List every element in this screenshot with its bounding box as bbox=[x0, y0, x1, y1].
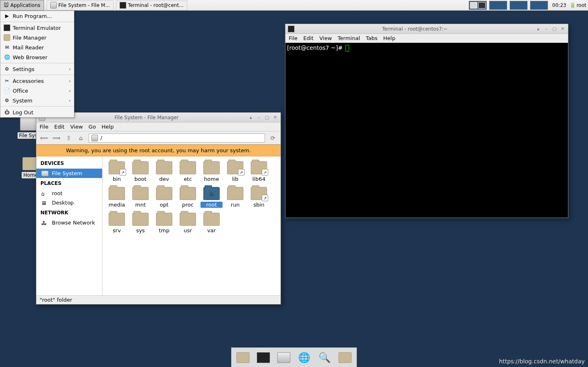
maximize-button[interactable]: ▢ bbox=[552, 26, 557, 32]
dock-documents-folder[interactable] bbox=[236, 350, 250, 365]
folder-icon: ↗ bbox=[109, 161, 125, 174]
dock-drive[interactable] bbox=[276, 350, 291, 365]
folder-run[interactable]: run bbox=[224, 185, 246, 209]
dock-search[interactable]: 🔍 bbox=[317, 350, 332, 365]
term-titlebar[interactable]: Terminal - root@centos7:~ ▴ – ▢ ✕ bbox=[285, 24, 568, 34]
taskbar-item-filemanager[interactable]: File System - File M... bbox=[47, 0, 114, 10]
taskbar-item-terminal[interactable]: Terminal - root@cent... bbox=[116, 0, 187, 10]
shade-button[interactable]: ▴ bbox=[535, 26, 541, 32]
folder-label: bin bbox=[106, 176, 128, 182]
terminal-content[interactable]: [root@centos7 ~]# bbox=[285, 43, 568, 218]
workspace-1[interactable] bbox=[469, 1, 487, 10]
folder-label: srv bbox=[106, 227, 128, 234]
menu-mail-label: Mail Reader bbox=[13, 44, 44, 51]
folder-lib64[interactable]: ↗lib64 bbox=[248, 160, 270, 184]
applications-label: Applications bbox=[11, 2, 40, 8]
shade-button[interactable]: ▴ bbox=[248, 115, 254, 120]
folder-icon bbox=[156, 187, 172, 200]
folder-mnt[interactable]: mnt bbox=[129, 185, 151, 209]
folder-sbin[interactable]: ↗sbin bbox=[248, 185, 270, 209]
menu-filemgr-label: File Manager bbox=[13, 35, 47, 41]
folder-icon bbox=[156, 161, 172, 174]
maximize-button[interactable]: ▢ bbox=[264, 115, 270, 120]
dock-folder[interactable] bbox=[338, 350, 352, 365]
term-menu-terminal[interactable]: Terminal bbox=[338, 35, 360, 41]
sidebar-item-filesystem[interactable]: File System bbox=[36, 169, 102, 178]
folder-proc[interactable]: proc bbox=[177, 185, 199, 209]
sidebar-item-desktop[interactable]: 🖥 Desktop bbox=[36, 198, 102, 207]
folder-media[interactable]: media bbox=[106, 185, 128, 209]
menu-settings[interactable]: ⚙ Settings › bbox=[0, 64, 74, 74]
term-menu-help[interactable]: Help bbox=[383, 35, 396, 41]
workspace-switcher[interactable] bbox=[466, 0, 550, 11]
workspace-3[interactable] bbox=[510, 1, 528, 10]
close-button[interactable]: ✕ bbox=[272, 115, 278, 120]
chevron-right-icon: › bbox=[69, 98, 71, 103]
menu-terminal-emulator[interactable]: Terminal Emulator bbox=[0, 23, 74, 33]
menu-system[interactable]: ⚙ System › bbox=[0, 96, 74, 105]
path-icon bbox=[91, 135, 98, 141]
folder-label: mnt bbox=[129, 202, 151, 208]
nav-home-button[interactable]: ⌂ bbox=[76, 133, 85, 142]
fm-file-grid[interactable]: ↗binbootdevetchome↗lib↗lib64mediamntoptp… bbox=[102, 156, 281, 295]
folder-bin[interactable]: ↗bin bbox=[106, 160, 128, 184]
dock-terminal[interactable] bbox=[256, 350, 271, 365]
symlink-badge-icon: ↗ bbox=[262, 169, 268, 176]
menu-accessories[interactable]: ✂ Accessories › bbox=[0, 76, 74, 86]
folder-sys[interactable]: sys bbox=[129, 211, 151, 235]
disk-icon bbox=[41, 171, 49, 176]
nav-up-button[interactable]: ⇧ bbox=[64, 133, 73, 142]
home-icon: ⌂ bbox=[41, 191, 49, 196]
workspace-4[interactable] bbox=[530, 1, 548, 10]
applications-menu-button[interactable]: 🐭 Applications bbox=[0, 0, 44, 11]
term-menu-view[interactable]: View bbox=[319, 35, 332, 41]
fm-menu-edit[interactable]: Edit bbox=[54, 124, 65, 130]
folder-home[interactable]: home bbox=[200, 160, 223, 184]
fm-menu-go[interactable]: Go bbox=[89, 124, 96, 130]
folder-lib[interactable]: ↗lib bbox=[224, 160, 246, 184]
menu-web-browser[interactable]: 🌐 Web Browser bbox=[0, 52, 74, 62]
menu-mail-reader[interactable]: ✉ Mail Reader bbox=[0, 42, 74, 52]
menu-log-out[interactable]: ⏻ Log Out bbox=[0, 107, 74, 117]
top-panel: 🐭 Applications File System - File M... T… bbox=[0, 0, 588, 11]
term-menu-tabs[interactable]: Tabs bbox=[366, 35, 378, 41]
folder-opt[interactable]: opt bbox=[153, 185, 175, 209]
term-menu-edit[interactable]: Edit bbox=[303, 35, 314, 41]
folder-tmp[interactable]: tmp bbox=[153, 211, 175, 235]
folder-icon bbox=[180, 187, 196, 200]
root-warning-banner: Warning, you are using the root account,… bbox=[36, 145, 281, 156]
clock[interactable]: 00:23 bbox=[550, 2, 568, 8]
menu-run-program[interactable]: ▶ Run Program... bbox=[0, 11, 74, 21]
menu-office[interactable]: 📄 Office › bbox=[0, 86, 74, 96]
close-button[interactable]: ✕ bbox=[560, 26, 566, 32]
folder-icon bbox=[132, 213, 149, 226]
path-entry[interactable]: / bbox=[89, 133, 265, 142]
folder-usr[interactable]: usr bbox=[177, 211, 199, 235]
folder-root[interactable]: ⌂root bbox=[200, 185, 223, 209]
desktop-icon: 🖥 bbox=[41, 200, 49, 206]
dock-web-browser[interactable]: 🌐 bbox=[297, 350, 312, 365]
folder-label: etc bbox=[177, 176, 199, 182]
workspace-2[interactable] bbox=[489, 1, 507, 10]
minimize-button[interactable]: – bbox=[256, 115, 262, 120]
fm-toolbar: ⟸ ⟹ ⇧ ⌂ / ⟳ bbox=[36, 131, 281, 145]
sidebar-item-root[interactable]: ⌂ root bbox=[36, 189, 102, 198]
sidebar-item-browse-network[interactable]: 🖧 Browse Network bbox=[36, 218, 102, 227]
watermark: https://blog.csdn.net/whatday bbox=[499, 358, 585, 365]
folder-boot[interactable]: boot bbox=[129, 160, 151, 184]
fm-menu-file[interactable]: File bbox=[40, 124, 49, 130]
folder-srv[interactable]: srv bbox=[106, 211, 128, 235]
term-menu-file[interactable]: File bbox=[289, 35, 298, 41]
nav-forward-button[interactable]: ⟹ bbox=[52, 133, 61, 142]
refresh-button[interactable]: ⟳ bbox=[268, 133, 277, 142]
folder-dev[interactable]: dev bbox=[153, 160, 175, 184]
menu-file-manager[interactable]: File Manager bbox=[0, 33, 74, 42]
nav-back-button[interactable]: ⟸ bbox=[40, 133, 49, 142]
minimize-button[interactable]: – bbox=[543, 26, 549, 32]
folder-etc[interactable]: etc bbox=[177, 160, 199, 184]
user-menu[interactable]: 🔋 root bbox=[568, 2, 588, 8]
terminal-prompt: [root@centos7 ~]# bbox=[287, 44, 345, 51]
fm-menu-view[interactable]: View bbox=[70, 124, 83, 130]
folder-var[interactable]: var bbox=[200, 211, 223, 235]
fm-menu-help[interactable]: Help bbox=[102, 124, 114, 130]
